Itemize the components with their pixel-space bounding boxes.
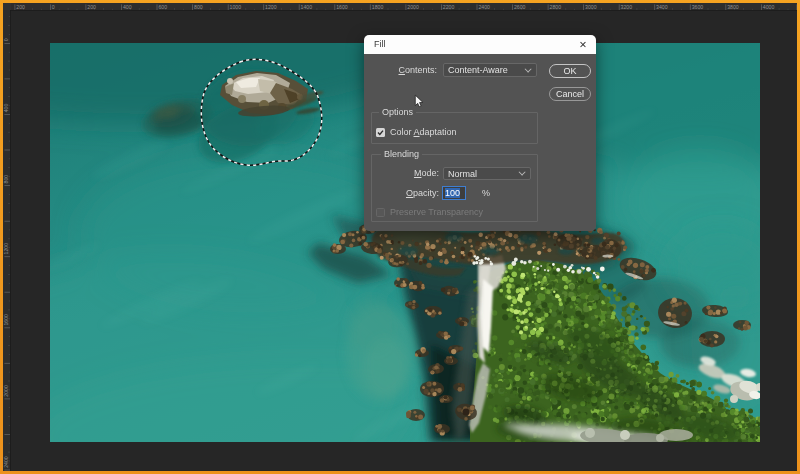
svg-text:1800: 1800: [372, 4, 384, 10]
svg-text:1200: 1200: [265, 4, 277, 10]
svg-text:1600: 1600: [3, 314, 9, 326]
svg-text:0: 0: [3, 38, 9, 41]
svg-text:2200: 2200: [443, 4, 455, 10]
svg-text:200: 200: [16, 4, 25, 10]
svg-text:3000: 3000: [585, 4, 597, 10]
svg-text:1400: 1400: [301, 4, 313, 10]
svg-text:2000: 2000: [407, 4, 419, 10]
svg-text:2800: 2800: [550, 4, 562, 10]
svg-text:1000: 1000: [230, 4, 242, 10]
svg-text:200: 200: [87, 4, 96, 10]
svg-text:0: 0: [52, 4, 55, 10]
svg-text:400: 400: [123, 4, 132, 10]
svg-text:800: 800: [194, 4, 203, 10]
svg-text:1600: 1600: [336, 4, 348, 10]
svg-text:800: 800: [3, 175, 9, 184]
svg-text:2400: 2400: [478, 4, 490, 10]
svg-text:2400: 2400: [3, 456, 9, 468]
svg-text:4000: 4000: [763, 4, 775, 10]
svg-text:3800: 3800: [727, 4, 739, 10]
svg-text:3400: 3400: [656, 4, 668, 10]
svg-text:2600: 2600: [514, 4, 526, 10]
svg-text:2000: 2000: [3, 385, 9, 397]
svg-text:3200: 3200: [621, 4, 633, 10]
svg-text:3600: 3600: [692, 4, 704, 10]
svg-text:600: 600: [158, 4, 167, 10]
svg-text:1200: 1200: [3, 243, 9, 255]
svg-text:400: 400: [3, 104, 9, 113]
